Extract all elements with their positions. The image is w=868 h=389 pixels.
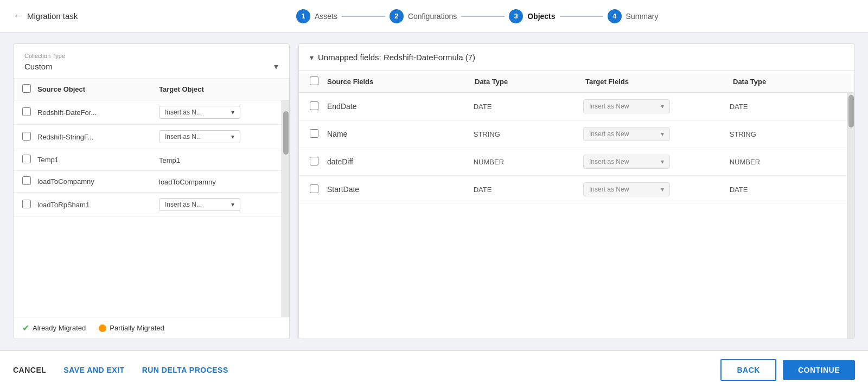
dropdown-icon-4: ▾ <box>231 201 234 208</box>
step-configurations[interactable]: 2 Configurations <box>390 9 457 23</box>
run-delta-process-button[interactable]: RUN DELTA PROCESS <box>142 366 228 374</box>
step-line-0 <box>342 16 385 17</box>
step-assets[interactable]: 1 Assets <box>296 9 337 23</box>
step-label-3: Summary <box>626 12 659 21</box>
select-all-checkbox[interactable] <box>22 84 31 93</box>
main-content: Collection Type Custom ▾ Source Object T… <box>0 33 868 350</box>
right-dropdown-icon-0: ▾ <box>661 103 664 110</box>
dropdown-text-1: Insert as N... <box>165 133 202 141</box>
table-row: loadToCompamny loadToCompamny <box>14 171 289 193</box>
right-dropdown-text-0: Insert as New <box>589 103 629 110</box>
collection-type-select[interactable]: Custom ▾ <box>24 61 278 72</box>
collection-type-label: Collection Type <box>24 53 278 59</box>
row-target-cell-1: Insert as N... ▾ <box>159 130 280 143</box>
right-target-dropdown-0[interactable]: Insert as New ▾ <box>583 99 670 113</box>
row-checkbox-cell-2 <box>22 155 37 165</box>
right-row-target-cell-2: Insert as New ▾ <box>583 155 730 169</box>
right-row-dtype-3: DATE <box>474 186 583 194</box>
right-panel: ▾ Unmapped fields: Redshift-DateFormula … <box>298 43 855 339</box>
right-row-source-1: Name <box>327 130 474 138</box>
left-scrollbar[interactable] <box>282 100 289 317</box>
right-target-dropdown-3[interactable]: Insert as New ▾ <box>583 182 670 196</box>
right-row-checkbox-0[interactable] <box>310 101 318 110</box>
right-row-target-cell-3: Insert as New ▾ <box>583 182 730 196</box>
partially-migrated-label: Partially Migrated <box>110 324 164 332</box>
step-label-0: Assets <box>315 12 337 21</box>
step-summary[interactable]: 4 Summary <box>608 9 659 23</box>
right-dropdown-text-2: Insert as New <box>589 158 629 165</box>
right-row-dtype2-0: DATE <box>730 103 839 111</box>
row-checkbox-2[interactable] <box>22 155 31 163</box>
target-object-header: Target Object <box>159 85 280 93</box>
table-row: Temp1 Temp1 <box>14 149 289 171</box>
right-row-checkbox-2[interactable] <box>310 157 318 165</box>
row-target-cell-0: Insert as N... ▾ <box>159 106 280 119</box>
row-checkbox-0[interactable] <box>22 107 31 116</box>
right-scrollbar[interactable] <box>847 93 854 339</box>
footer: CANCEL SAVE AND EXIT RUN DELTA PROCESS B… <box>0 350 868 389</box>
back-action-button[interactable]: BACK <box>720 359 776 381</box>
dropdown-icon-0: ▾ <box>231 109 234 116</box>
continue-button[interactable]: CONTINUE <box>783 360 855 380</box>
row-target-cell-4: Insert as N... ▾ <box>159 198 280 211</box>
collection-type-section: Collection Type Custom ▾ <box>14 44 289 79</box>
right-table-row: dateDiff NUMBER Insert as New ▾ NUMBER <box>299 148 854 176</box>
right-row-checkbox-3[interactable] <box>310 184 318 193</box>
back-arrow-icon: ← <box>13 10 23 22</box>
partially-migrated-legend: Partially Migrated <box>99 324 164 332</box>
right-header-checkbox-cell <box>310 76 327 87</box>
collapse-arrow-icon[interactable]: ▾ <box>310 53 314 62</box>
partial-icon <box>99 324 106 332</box>
row-checkbox-cell-3 <box>22 176 37 187</box>
footer-right: BACK CONTINUE <box>720 359 855 381</box>
row-checkbox-4[interactable] <box>22 200 31 208</box>
dropdown-text-0: Insert as N... <box>165 109 202 116</box>
right-dropdown-icon-2: ▾ <box>661 158 664 165</box>
table-row: loadToRpSham1 Insert as N... ▾ <box>14 193 289 217</box>
row-target-cell-3: loadToCompamny <box>159 177 280 186</box>
step-objects[interactable]: 3 Objects <box>509 9 555 23</box>
right-row-checkbox-cell-2 <box>310 157 327 167</box>
row-checkbox-1[interactable] <box>22 132 31 141</box>
right-row-dtype2-3: DATE <box>730 186 839 194</box>
target-dropdown-4[interactable]: Insert as N... ▾ <box>159 198 240 211</box>
step-line-2 <box>560 16 603 17</box>
save-and-exit-button[interactable]: SAVE AND EXIT <box>63 366 124 374</box>
row-checkbox-cell-1 <box>22 132 37 142</box>
right-row-source-3: StartDate <box>327 185 474 194</box>
back-button[interactable]: ← Migration task <box>13 10 78 22</box>
right-table-header: Source Fields Data Type Target Fields Da… <box>299 71 854 93</box>
row-checkbox-3[interactable] <box>22 176 31 185</box>
row-source-2: Temp1 <box>37 156 159 164</box>
right-dropdown-text-1: Insert as New <box>589 130 629 138</box>
right-row-checkbox-1[interactable] <box>310 129 318 138</box>
target-dropdown-1[interactable]: Insert as N... ▾ <box>159 130 240 143</box>
right-row-source-2: dateDiff <box>327 157 474 166</box>
table-row: Redshift-DateFor... Insert as N... ▾ <box>14 100 289 125</box>
collection-type-dropdown-icon: ▾ <box>274 61 278 72</box>
footer-left: CANCEL SAVE AND EXIT RUN DELTA PROCESS <box>13 366 228 374</box>
right-row-target-cell-0: Insert as New ▾ <box>583 99 730 113</box>
row-source-4: loadToRpSham1 <box>37 201 159 209</box>
right-row-checkbox-cell-3 <box>310 184 327 195</box>
check-icon: ✔ <box>22 323 29 333</box>
step-circle-2: 3 <box>509 9 523 23</box>
right-scroll-thumb <box>848 95 854 127</box>
right-dropdown-icon-1: ▾ <box>661 130 664 138</box>
cancel-button[interactable]: CANCEL <box>13 366 46 374</box>
target-dropdown-0[interactable]: Insert as N... ▾ <box>159 106 240 119</box>
already-migrated-legend: ✔ Already Migrated <box>22 323 86 333</box>
step-line-1 <box>461 16 505 17</box>
dropdown-icon-1: ▾ <box>231 133 234 141</box>
unmapped-title: Unmapped fields: Redshift-DateFormula (7… <box>318 53 475 62</box>
right-target-dropdown-1[interactable]: Insert as New ▾ <box>583 127 670 141</box>
step-circle-1: 2 <box>390 9 404 23</box>
table-row: Redshift-StringF... Insert as N... ▾ <box>14 125 289 149</box>
dropdown-text-4: Insert as N... <box>165 201 202 208</box>
right-row-target-cell-1: Insert as New ▾ <box>583 127 730 141</box>
right-table-body: EndDate DATE Insert as New ▾ DATE Name S… <box>299 93 854 339</box>
right-select-all-checkbox[interactable] <box>310 76 318 85</box>
right-row-dtype-2: NUMBER <box>474 158 583 166</box>
right-target-dropdown-2[interactable]: Insert as New ▾ <box>583 155 670 169</box>
right-row-dtype2-2: NUMBER <box>730 158 839 166</box>
